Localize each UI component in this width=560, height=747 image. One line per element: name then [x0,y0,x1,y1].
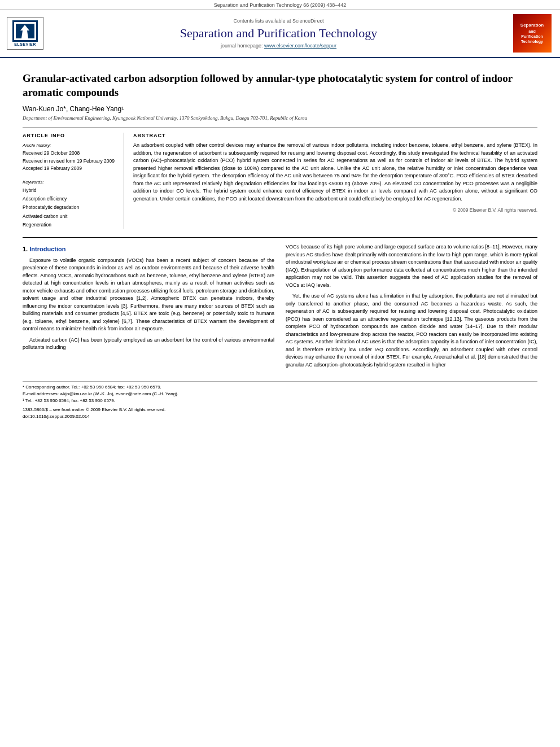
revised-date: Received in revised form 19 February 200… [23,158,117,165]
elsevier-emblem-svg [12,20,38,42]
section-divider [23,237,537,238]
body-left-col: 1. Introduction Exposure to volatile org… [23,243,274,372]
issn-line: 1383-5866/$ – see front matter © 2009 El… [23,407,537,413]
article-content: Granular-activated carbon adsorption fol… [0,58,560,426]
keywords-label: Keywords: [23,178,117,186]
received-date: Received 29 October 2008 [23,150,117,158]
elsevier-logo: ELSEVIER [7,17,46,50]
keyword-4: Activated carbon unit [23,212,117,221]
footnote-2: ¹ Tel.: +82 53 950 6584; fax: +82 53 950… [23,397,537,404]
keyword-5: Regeneration [23,221,117,229]
keyword-2: Adsorption efficiency [23,195,117,203]
footnote-1: * Corresponding author. Tel.: +82 53 950… [23,384,537,391]
journal-header: ELSEVIER Contents lists available at Sci… [0,10,560,58]
footer-footnotes: * Corresponding author. Tel.: +82 53 950… [23,381,537,420]
keywords-section: Keywords: Hybrid Adsorption efficiency P… [23,178,117,229]
body-section: 1. Introduction Exposure to volatile org… [23,243,537,372]
keyword-3: Photocatalytic degradation [23,203,117,212]
abstract-label: ABSTRACT [133,133,537,138]
article-history: Article history: [23,142,117,150]
homepage-link[interactable]: www.elsevier.com/locate/seppur [264,43,336,49]
doi-line: doi:10.1016/j.seppur.2009.02.014 [23,413,537,420]
article-info-label: ARTICLE INFO [23,133,117,138]
journal-title: Separation and Purification Technology [46,26,511,41]
abstract-text: An adsorbent coupled with other control … [133,142,537,203]
authors-line: Wan-Kuen Jo*, Chang-Hee Yang¹ [23,105,537,113]
journal-center-info: Contents lists available at ScienceDirec… [46,18,511,49]
right-para-2: Yet, the use of AC systems alone has a l… [286,292,537,369]
abstract-column: ABSTRACT An adsorbent coupled with other… [133,133,537,229]
homepage-line: journal homepage: www.elsevier.com/locat… [46,43,511,49]
journal-citation: Separation and Purification Technology 6… [214,2,347,8]
top-bar: Separation and Purification Technology 6… [0,0,560,10]
intro-title: Introduction [29,246,65,252]
keyword-1: Hybrid [23,186,117,195]
journal-right-logo: Separation and Purification Technology [511,14,553,53]
intro-heading: 1. Introduction [23,244,274,254]
footnote-1b: E-mail addresses: wkjo@knu.ac.kr (W.-K. … [23,391,537,397]
intro-para-1: Exposure to volatile organic compounds (… [23,257,274,333]
article-info-column: ARTICLE INFO Article history: Received 2… [23,133,124,229]
accepted-date: Accepted 19 February 2009 [23,165,117,173]
authors-text: Wan-Kuen Jo*, Chang-Hee Yang¹ [23,105,124,113]
right-para-1: VOCs because of its high pore volume and… [286,243,537,289]
article-title: Granular-activated carbon adsorption fol… [23,72,537,99]
affiliation: Department of Environmental Engineering,… [23,115,537,121]
journal-brand-box: Separation and Purification Technology [513,14,552,53]
article-info-abstract: ARTICLE INFO Article history: Received 2… [23,128,537,229]
body-right-col: VOCs because of its high pore volume and… [286,243,537,372]
intro-para-2: Activated carbon (AC) has been typically… [23,337,274,352]
copyright-line: © 2009 Elsevier B.V. All rights reserved… [133,207,537,213]
contents-available-line: Contents lists available at ScienceDirec… [46,18,511,24]
